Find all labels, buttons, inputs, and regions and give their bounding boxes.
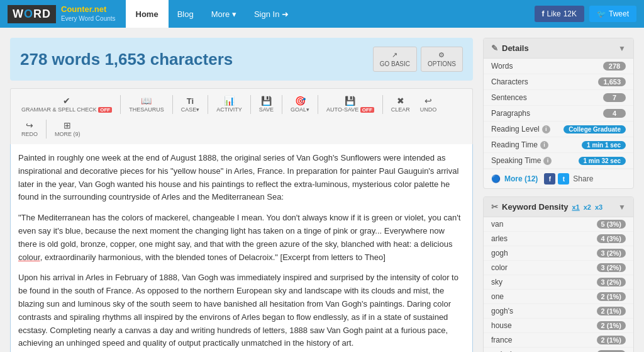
details-header: ✎ Details ▼ — [484, 38, 633, 59]
toolbar-separator-7 — [382, 95, 383, 114]
activity-button[interactable]: 📊 ACTIVITY — [212, 93, 247, 116]
keyword-icon: ✂ — [491, 202, 498, 212]
toolbar-separator — [120, 95, 121, 114]
nav-signin[interactable]: Sign In ➜ — [245, 0, 297, 28]
kd-row: arrival 2 (1%) — [484, 348, 633, 352]
kd-row: gogh's 2 (1%) — [484, 304, 633, 319]
share-icons: f t — [544, 173, 569, 185]
reading-level-value: College Graduate — [564, 125, 626, 133]
detail-row-reading-level: Reading Level i College Graduate — [484, 122, 633, 137]
checkmark-icon: ✔ — [63, 96, 70, 106]
stats-display: 278 words 1,653 characters — [20, 50, 233, 69]
toolbar: ✔ GRAMMAR & SPELL CHECK OFF 📖 THESAURUS … — [10, 88, 473, 144]
more-details-link[interactable]: More (12) — [504, 174, 538, 183]
characters-value: 1,653 — [598, 77, 626, 86]
nav-more[interactable]: More ▾ — [203, 0, 245, 28]
share-label: Share — [573, 174, 593, 183]
right-panel: ✎ Details ▼ Words 278 Characters 1,653 S… — [483, 38, 634, 352]
kd-row: van 5 (3%) — [484, 217, 633, 232]
toolbar-separator-3 — [208, 95, 208, 114]
kd-header-left: ✂ Keyword Density x1 x2 x3 — [491, 202, 602, 212]
keyword-density-card: ✂ Keyword Density x1 x2 x3 ▼ van 5 (3%) … — [483, 196, 634, 352]
autosave-button[interactable]: 💾 AUTO-SAVE OFF — [322, 93, 379, 116]
reading-time-info-icon[interactable]: i — [540, 141, 548, 149]
clear-icon: ✖ — [397, 96, 404, 106]
logo: WORD — [8, 5, 56, 23]
goal-icon: 🎯 — [295, 96, 306, 106]
twitter-tweet-button[interactable]: 🐦 Tweet — [589, 6, 636, 22]
main-container: 278 words 1,653 characters ↗ GO BASIC ⚙ … — [0, 28, 644, 352]
kd-multiplier-x1[interactable]: x1 — [572, 203, 579, 211]
detail-row-reading-time: Reading Time i 1 min 1 sec — [484, 137, 633, 153]
kd-row: arles 4 (3%) — [484, 232, 633, 246]
grammar-spell-check-button[interactable]: ✔ GRAMMAR & SPELL CHECK OFF — [17, 93, 116, 116]
save-icon: 💾 — [261, 96, 272, 106]
go-basic-button[interactable]: ↗ GO BASIC — [373, 47, 417, 72]
details-header-left: ✎ Details — [491, 43, 529, 53]
share-twitter-icon[interactable]: t — [558, 173, 569, 185]
redo-button[interactable]: ↪ REDO — [17, 117, 42, 140]
kd-row: house 2 (1%) — [484, 319, 633, 333]
paragraphs-value: 4 — [603, 109, 626, 118]
kd-row: france 2 (1%) — [484, 333, 633, 348]
stats-bar: 278 words 1,653 characters ↗ GO BASIC ⚙ … — [10, 38, 473, 81]
nav-home[interactable]: Home — [126, 0, 169, 28]
details-icon: ✎ — [491, 43, 498, 53]
kd-row: one 2 (1%) — [484, 290, 633, 304]
kd-row: color 3 (2%) — [484, 261, 633, 275]
toolbar-separator-5 — [282, 95, 282, 114]
goal-button[interactable]: 🎯 GOAL▾ — [286, 93, 314, 116]
case-button[interactable]: Ti CASE▾ — [177, 93, 204, 116]
navbar: WORD Counter.net Every Word Counts Home … — [0, 0, 644, 28]
clear-button[interactable]: ✖ CLEAR — [387, 93, 414, 116]
activity-icon: 📊 — [224, 96, 235, 106]
case-icon: Ti — [187, 96, 194, 106]
kd-multiplier-x2[interactable]: x2 — [584, 203, 591, 211]
reading-time-value: 1 min 1 sec — [582, 141, 626, 149]
share-facebook-icon[interactable]: f — [544, 173, 555, 185]
external-icon: ↗ — [392, 51, 397, 59]
undo-button[interactable]: ↩ UNDO — [416, 93, 441, 116]
detail-row-sentences: Sentences 7 — [484, 90, 633, 106]
options-button[interactable]: ⚙ OPTIONS — [421, 47, 463, 72]
text-editor[interactable]: Painted in roughly one week at the end o… — [10, 144, 473, 352]
more-share-bar: 🔵 More (12) f t Share — [484, 169, 633, 188]
detail-row-characters: Characters 1,653 — [484, 74, 633, 90]
reading-level-info-icon[interactable]: i — [542, 125, 550, 133]
speaking-time-value: 1 min 32 sec — [579, 157, 626, 165]
detail-row-paragraphs: Paragraphs 4 — [484, 106, 633, 122]
words-value: 278 — [603, 62, 626, 71]
grid-icon: ⊞ — [64, 120, 71, 130]
thesaurus-button[interactable]: 📖 THESAURUS — [125, 93, 169, 116]
stats-actions: ↗ GO BASIC ⚙ OPTIONS — [373, 47, 463, 72]
detail-row-words: Words 278 — [484, 59, 633, 74]
sentences-value: 7 — [603, 93, 626, 102]
toolbar-separator-6 — [318, 95, 318, 114]
thesaurus-icon: 📖 — [141, 96, 152, 106]
kd-multiplier-x3[interactable]: x3 — [595, 203, 602, 211]
spelling-highlight: colour — [18, 253, 40, 262]
details-collapse-icon[interactable]: ▼ — [618, 44, 626, 53]
settings-icon: ⚙ — [438, 51, 445, 59]
paragraph-1: Painted in roughly one week at the end o… — [18, 152, 465, 204]
redo-icon: ↪ — [26, 120, 33, 130]
speaking-time-info-icon[interactable]: i — [543, 157, 552, 165]
facebook-like-button[interactable]: f Like 12K — [535, 6, 584, 22]
kd-row: sky 3 (2%) — [484, 275, 633, 290]
detail-row-speaking-time: Speaking Time i 1 min 32 sec — [484, 153, 633, 169]
paragraph-3: Upon his arrival in Arles in February of… — [18, 271, 465, 350]
nav-links: Home Blog More ▾ Sign In ➜ — [126, 0, 297, 28]
more-button[interactable]: ⊞ MORE (9) — [50, 117, 85, 140]
paragraph-2: "The Mediterranean has the colors of mac… — [18, 212, 465, 264]
toggle-icon: 🔵 — [491, 174, 501, 183]
autosave-icon: 💾 — [345, 96, 355, 106]
kd-collapse-icon[interactable]: ▼ — [618, 203, 626, 212]
nav-blog[interactable]: Blog — [169, 0, 203, 28]
save-button[interactable]: 💾 SAVE — [255, 93, 278, 116]
toolbar-separator-8 — [46, 120, 47, 139]
twitter-icon: 🐦 — [597, 9, 606, 18]
logo-counter: Counter.net Every Word Counts — [61, 5, 116, 23]
toolbar-separator-2 — [172, 95, 173, 114]
facebook-icon: f — [542, 9, 545, 18]
toolbar-separator-4 — [250, 95, 251, 114]
